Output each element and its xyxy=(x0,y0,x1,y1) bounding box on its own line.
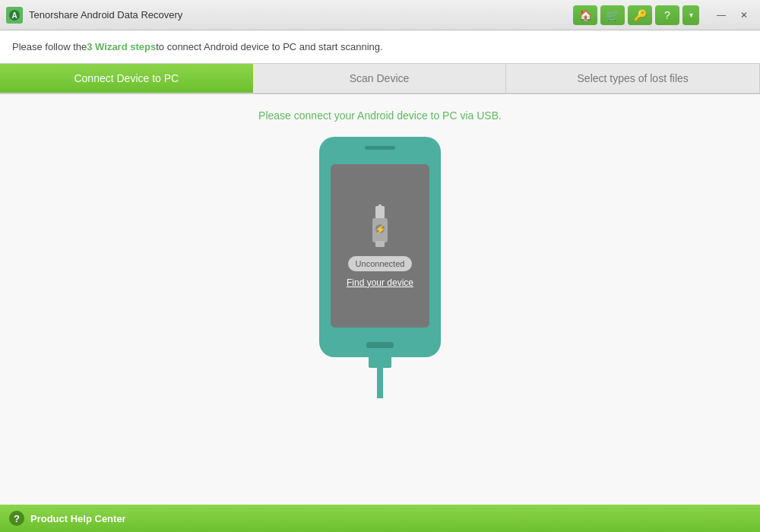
key-button[interactable]: 🔑 xyxy=(628,5,652,25)
find-device-link[interactable]: Find your device xyxy=(347,277,413,288)
cable-wire xyxy=(377,368,383,398)
minimize-button[interactable]: — xyxy=(711,7,731,24)
connect-message: Please connect your Android device to PC… xyxy=(258,109,502,122)
phone-illustration: ⚡ Unconnected Find your device xyxy=(319,137,441,398)
usb-cable xyxy=(369,357,391,398)
footer-label: Product Help Center xyxy=(30,513,126,524)
titlebar: A Tenorshare Android Data Recovery 🏠 🛒 🔑… xyxy=(0,0,760,30)
instruction-suffix: to connect Android device to PC and star… xyxy=(156,41,382,52)
main-content: Please connect your Android device to PC… xyxy=(0,94,760,505)
tabs-container: Connect Device to PC Scan Device Select … xyxy=(0,64,760,94)
phone-device: ⚡ Unconnected Find your device xyxy=(319,137,441,357)
phone-speaker xyxy=(365,146,395,150)
close-button[interactable]: ✕ xyxy=(734,7,754,24)
help-button[interactable]: ? xyxy=(655,5,679,25)
wizard-steps-highlight: 3 Wizard steps xyxy=(87,41,156,52)
phone-home-button xyxy=(366,342,394,348)
svg-rect-5 xyxy=(375,241,385,247)
instruction-prefix: Please follow the xyxy=(12,41,87,52)
footer: ? Product Help Center xyxy=(0,505,760,532)
tab-scan-device[interactable]: Scan Device xyxy=(253,64,507,93)
svg-text:A: A xyxy=(11,11,17,20)
dropdown-button[interactable]: ▾ xyxy=(682,5,699,25)
title-buttons: 🏠 🛒 🔑 ? ▾ — ✕ xyxy=(573,5,754,25)
home-button[interactable]: 🏠 xyxy=(573,5,597,25)
svg-text:⚡: ⚡ xyxy=(375,223,386,235)
cable-connector xyxy=(369,356,391,368)
instruction-bar: Please follow the 3 Wizard steps to conn… xyxy=(0,30,760,64)
app-title: Tenorshare Android Data Recovery xyxy=(29,9,573,21)
app-icon: A xyxy=(6,7,23,24)
svg-rect-3 xyxy=(378,204,382,211)
phone-screen: ⚡ Unconnected Find your device xyxy=(331,164,429,328)
cart-button[interactable]: 🛒 xyxy=(600,5,625,25)
status-badge: Unconnected xyxy=(348,256,413,271)
help-center-icon: ? xyxy=(9,511,24,526)
tab-connect-device[interactable]: Connect Device to PC xyxy=(0,64,253,93)
tab-select-types[interactable]: Select types of lost files xyxy=(506,64,760,93)
usb-icon: ⚡ xyxy=(359,204,401,250)
